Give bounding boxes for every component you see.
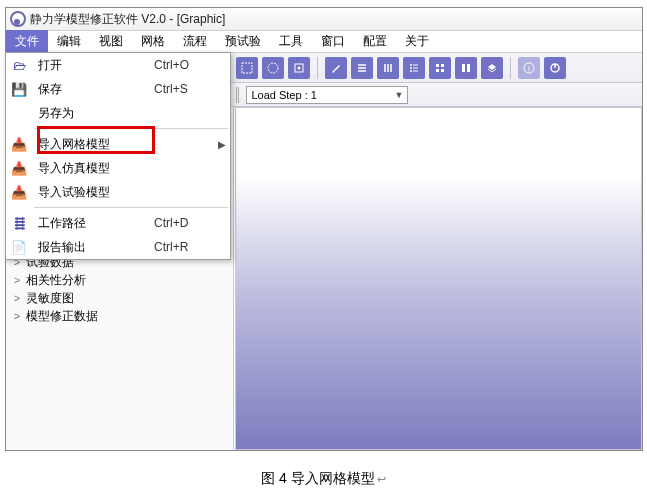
tree-label: 相关性分析	[26, 272, 86, 289]
menu-config[interactable]: 配置	[354, 30, 396, 53]
svg-rect-7	[436, 64, 439, 67]
tree-item[interactable]: >相关性分析	[6, 271, 233, 289]
select-circle-icon[interactable]	[262, 57, 284, 79]
menu-file[interactable]: 文件	[6, 30, 48, 53]
svg-point-5	[410, 67, 412, 69]
pencil-icon[interactable]	[325, 57, 347, 79]
menu-item-saveas[interactable]: 另存为	[6, 101, 230, 125]
import-icon: 📥	[6, 161, 32, 176]
svg-rect-12	[467, 64, 470, 72]
menu-item-workpath[interactable]: 🛤 工作路径 Ctrl+D	[6, 211, 230, 235]
bars-v-icon[interactable]	[377, 57, 399, 79]
svg-rect-10	[441, 69, 444, 72]
menu-window[interactable]: 窗口	[312, 30, 354, 53]
folder-open-icon: 🗁	[6, 58, 32, 73]
svg-point-4	[410, 64, 412, 66]
loadstep-value: Load Step : 1	[251, 89, 316, 101]
return-mark-icon: ↩	[377, 473, 386, 485]
bars-h-icon[interactable]	[351, 57, 373, 79]
chevron-down-icon: ▼	[395, 90, 404, 100]
list-icon[interactable]	[403, 57, 425, 79]
loadstep-combo[interactable]: Load Step : 1 ▼	[246, 86, 408, 104]
svg-text:i: i	[528, 64, 530, 73]
window-title: 静力学模型修正软件 V2.0 - [Graphic]	[30, 11, 225, 28]
menubar: 文件 编辑 视图 网格 流程 预试验 工具 窗口 配置 关于	[6, 31, 642, 53]
power-icon[interactable]	[544, 57, 566, 79]
path-icon: 🛤	[6, 216, 32, 231]
tree-label: 灵敏度图	[26, 290, 74, 307]
select-rect-icon[interactable]	[236, 57, 258, 79]
menu-item-import-mesh[interactable]: 📥 导入网格模型 ▶	[6, 132, 230, 156]
menu-item-import-test[interactable]: 📥 导入试验模型	[6, 180, 230, 204]
menu-tools[interactable]: 工具	[270, 30, 312, 53]
import-icon: 📥	[6, 137, 32, 152]
svg-rect-11	[462, 64, 465, 72]
menu-mesh[interactable]: 网格	[132, 30, 174, 53]
menu-item-report[interactable]: 📄 报告输出 Ctrl+R	[6, 235, 230, 259]
menu-view[interactable]: 视图	[90, 30, 132, 53]
menu-edit[interactable]: 编辑	[48, 30, 90, 53]
expand-icon[interactable]: >	[12, 274, 22, 286]
menu-separator	[34, 128, 228, 129]
submenu-arrow-icon: ▶	[214, 139, 230, 150]
expand-icon[interactable]: >	[12, 310, 22, 322]
save-icon: 💾	[6, 82, 32, 97]
toolbar-separator	[510, 57, 511, 79]
svg-point-3	[298, 66, 301, 69]
fullscreen-icon[interactable]	[288, 57, 310, 79]
menu-pretest[interactable]: 预试验	[216, 30, 270, 53]
app-icon	[10, 11, 26, 27]
import-icon: 📥	[6, 185, 32, 200]
menu-separator	[34, 207, 228, 208]
svg-rect-9	[436, 69, 439, 72]
grid4-icon[interactable]	[429, 57, 451, 79]
svg-rect-0	[242, 63, 252, 73]
menu-item-import-sim[interactable]: 📥 导入仿真模型	[6, 156, 230, 180]
file-menu-dropdown: 🗁 打开 Ctrl+O 💾 保存 Ctrl+S 另存为 📥 导入网格模型 ▶ 📥…	[5, 52, 231, 260]
svg-point-1	[268, 63, 278, 73]
menu-item-open[interactable]: 🗁 打开 Ctrl+O	[6, 53, 230, 77]
tree-item[interactable]: >模型修正数据	[6, 307, 233, 325]
figure-caption: 图 4 导入网格模型↩	[0, 470, 647, 488]
info-icon[interactable]: i	[518, 57, 540, 79]
titlebar: 静力学模型修正软件 V2.0 - [Graphic]	[6, 8, 642, 31]
tree-label: 模型修正数据	[26, 308, 98, 325]
menu-item-save[interactable]: 💾 保存 Ctrl+S	[6, 77, 230, 101]
menu-about[interactable]: 关于	[396, 30, 438, 53]
toolbar-separator	[317, 57, 318, 79]
subbar-grip	[236, 87, 240, 103]
svg-point-6	[410, 70, 412, 72]
report-icon: 📄	[6, 240, 32, 255]
svg-rect-8	[441, 64, 444, 67]
tree-item[interactable]: >灵敏度图	[6, 289, 233, 307]
grid2-icon[interactable]	[455, 57, 477, 79]
expand-icon[interactable]: >	[12, 292, 22, 304]
menu-flow[interactable]: 流程	[174, 30, 216, 53]
viewport-3d[interactable]	[235, 107, 642, 450]
layers-icon[interactable]	[481, 57, 503, 79]
